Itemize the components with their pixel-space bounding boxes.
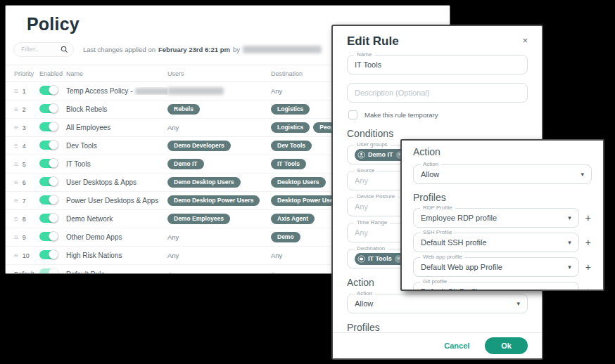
chevron-down-icon: ▾ bbox=[568, 239, 571, 246]
enabled-toggle[interactable] bbox=[39, 86, 57, 95]
last-changes-status: Last changes applied on February 23rd 6:… bbox=[83, 46, 322, 53]
search-icon bbox=[61, 46, 68, 53]
enabled-toggle[interactable] bbox=[39, 104, 57, 113]
conditions-heading: Conditions bbox=[347, 128, 528, 139]
col-priority: Priority bbox=[14, 70, 39, 77]
user-group-chip: Demo IT × bbox=[355, 149, 407, 161]
drag-handle-icon[interactable]: ≡ bbox=[14, 88, 18, 95]
enabled-toggle[interactable] bbox=[39, 159, 57, 168]
ssh-profile-select[interactable]: SSH Profile Default SSH profile ▾ bbox=[413, 233, 579, 252]
destination-badge: Logistics bbox=[271, 122, 310, 133]
rdp-profile-select[interactable]: RDP Profile Employee RDP profile ▾ bbox=[413, 208, 579, 228]
drag-handle-icon[interactable]: ≡ bbox=[14, 124, 18, 131]
user-badge: Rebels bbox=[167, 104, 200, 115]
modal-title: Edit Rule bbox=[347, 34, 399, 48]
enabled-toggle[interactable] bbox=[39, 177, 57, 186]
redacted-author bbox=[243, 46, 322, 53]
drag-handle-icon[interactable]: ≡ bbox=[14, 179, 18, 186]
drag-handle-icon[interactable]: ≡ bbox=[14, 252, 18, 259]
redacted-text bbox=[135, 88, 167, 95]
filter-input-wrap bbox=[13, 42, 74, 57]
enabled-toggle[interactable] bbox=[39, 141, 57, 150]
destination-badge: Axis Agent bbox=[271, 214, 315, 224]
ok-button[interactable]: Ok bbox=[485, 337, 528, 354]
col-name: Name bbox=[66, 70, 167, 77]
add-ssh-profile-button[interactable]: + bbox=[585, 238, 592, 247]
chevron-down-icon: ▾ bbox=[568, 264, 571, 271]
temporary-checkbox[interactable] bbox=[348, 110, 357, 119]
enabled-toggle[interactable] bbox=[39, 214, 57, 223]
user-badge: Demo Employees bbox=[167, 214, 230, 224]
chevron-down-icon: ▾ bbox=[568, 288, 571, 291]
chevron-down-icon: ▾ bbox=[568, 214, 571, 221]
add-git-profile-button[interactable]: + bbox=[585, 287, 592, 291]
drag-handle-icon[interactable]: ≡ bbox=[14, 143, 18, 150]
enabled-toggle-disabled[interactable] bbox=[39, 268, 57, 274]
user-badge: Demo Desktop Power Users bbox=[167, 195, 260, 206]
group-icon bbox=[357, 151, 365, 159]
enabled-toggle[interactable] bbox=[39, 232, 57, 241]
destination-chip: IT Tools × bbox=[355, 253, 406, 265]
enabled-toggle[interactable] bbox=[39, 122, 57, 131]
chevron-down-icon: ▾ bbox=[581, 171, 584, 178]
drag-handle-icon[interactable]: ≡ bbox=[14, 216, 18, 223]
destination-badge: Desktop Users bbox=[271, 177, 326, 188]
drag-handle-icon[interactable]: ≡ bbox=[14, 234, 18, 241]
filter-input[interactable] bbox=[21, 46, 60, 53]
action-select[interactable]: Action Allow ▾ bbox=[413, 164, 592, 184]
temporary-checkbox-label: Make this rule temporary bbox=[364, 111, 438, 119]
destination-badge: IT Tools bbox=[271, 159, 306, 169]
col-enabled: Enabled bbox=[39, 70, 66, 77]
action-panel-heading: Action bbox=[413, 146, 592, 157]
profiles-heading: Profiles bbox=[413, 192, 592, 203]
action-panel: Action Action Allow ▾ Profiles RDP Profi… bbox=[400, 139, 604, 291]
user-badge: Demo IT bbox=[167, 159, 204, 169]
drag-handle-icon[interactable]: ≡ bbox=[14, 106, 18, 113]
destination-badge: Logistics bbox=[271, 104, 310, 115]
modal-footer: Cancel Ok bbox=[333, 332, 542, 358]
destination-badge: Demo bbox=[271, 232, 300, 242]
name-field[interactable]: Name IT Tools bbox=[347, 55, 528, 74]
add-web-app-profile-button[interactable]: + bbox=[585, 262, 592, 272]
user-badge: Demo Developers bbox=[167, 141, 231, 151]
col-users: Users bbox=[167, 70, 271, 77]
description-field[interactable]: Description (Optional) bbox=[347, 83, 528, 103]
enabled-toggle[interactable] bbox=[39, 195, 57, 204]
add-rdp-profile-button[interactable]: + bbox=[585, 213, 592, 223]
redacted-text bbox=[167, 87, 224, 95]
cancel-button[interactable]: Cancel bbox=[444, 342, 469, 350]
drag-handle-icon[interactable]: ≡ bbox=[14, 197, 18, 204]
action-select[interactable]: Action Allow ▾ bbox=[347, 294, 528, 313]
enabled-toggle[interactable] bbox=[39, 250, 57, 259]
user-badge: Demo Desktop Users bbox=[167, 177, 241, 188]
last-changes-date: February 23rd 6:21 pm bbox=[158, 46, 230, 53]
git-profile-select[interactable]: Git profile Default Git Profile ▾ bbox=[413, 282, 579, 291]
app-icon bbox=[357, 255, 365, 263]
profiles-heading: Profiles bbox=[347, 322, 528, 333]
close-icon[interactable]: × bbox=[521, 34, 529, 46]
destination-badge: Dev Tools bbox=[271, 141, 312, 151]
chevron-down-icon: ▾ bbox=[516, 300, 520, 307]
drag-handle-icon[interactable]: ≡ bbox=[14, 161, 18, 168]
web-app-profile-select[interactable]: Web app profile Default Web app Profile … bbox=[413, 257, 579, 277]
